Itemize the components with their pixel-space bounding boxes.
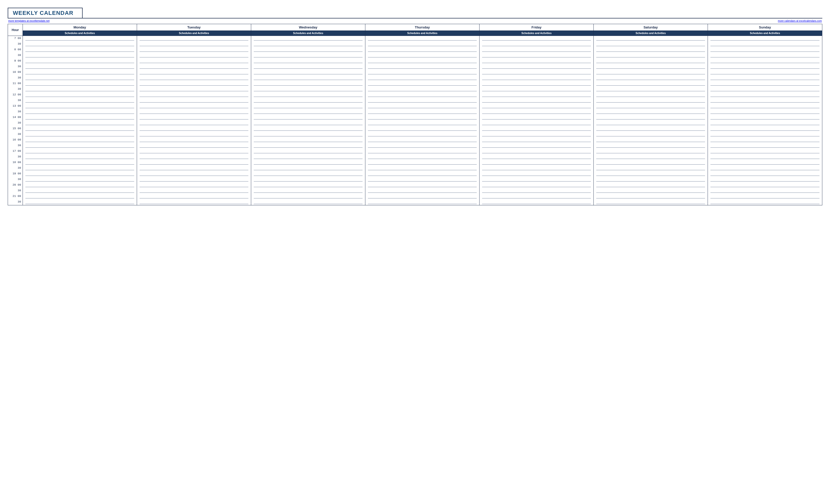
schedule-cell[interactable] — [23, 126, 137, 132]
schedule-cell[interactable] — [251, 126, 365, 132]
schedule-cell[interactable] — [594, 104, 708, 109]
schedule-cell[interactable] — [594, 154, 708, 160]
schedule-cell[interactable] — [480, 154, 594, 160]
schedule-cell[interactable] — [23, 188, 137, 194]
schedule-cell[interactable] — [480, 199, 594, 205]
schedule-cell[interactable] — [23, 92, 137, 98]
schedule-cell[interactable] — [137, 199, 251, 205]
schedule-cell[interactable] — [137, 70, 251, 75]
schedule-cell[interactable] — [594, 188, 708, 194]
schedule-cell[interactable] — [708, 87, 822, 92]
schedule-cell[interactable] — [594, 160, 708, 166]
schedule-cell[interactable] — [23, 143, 137, 149]
schedule-cell[interactable] — [708, 137, 822, 143]
schedule-cell[interactable] — [251, 149, 365, 154]
schedule-cell[interactable] — [594, 87, 708, 92]
schedule-cell[interactable] — [23, 166, 137, 171]
schedule-cell[interactable] — [708, 98, 822, 104]
schedule-cell[interactable] — [365, 199, 480, 205]
schedule-cell[interactable] — [251, 137, 365, 143]
schedule-cell[interactable] — [480, 166, 594, 171]
schedule-cell[interactable] — [137, 92, 251, 98]
schedule-cell[interactable] — [137, 47, 251, 53]
schedule-cell[interactable] — [594, 171, 708, 177]
schedule-cell[interactable] — [137, 188, 251, 194]
schedule-cell[interactable] — [365, 53, 480, 59]
schedule-cell[interactable] — [365, 98, 480, 104]
schedule-cell[interactable] — [594, 199, 708, 205]
schedule-cell[interactable] — [594, 126, 708, 132]
templates-link[interactable]: more templates at exceltemplate.net — [8, 20, 50, 22]
schedule-cell[interactable] — [708, 160, 822, 166]
schedule-cell[interactable] — [251, 121, 365, 126]
schedule-cell[interactable] — [480, 92, 594, 98]
schedule-cell[interactable] — [137, 177, 251, 182]
schedule-cell[interactable] — [365, 194, 480, 199]
schedule-cell[interactable] — [251, 160, 365, 166]
schedule-cell[interactable] — [23, 59, 137, 64]
schedule-cell[interactable] — [365, 59, 480, 64]
schedule-cell[interactable] — [251, 171, 365, 177]
schedule-cell[interactable] — [137, 166, 251, 171]
schedule-cell[interactable] — [594, 166, 708, 171]
schedule-cell[interactable] — [365, 166, 480, 171]
schedule-cell[interactable] — [23, 121, 137, 126]
schedule-cell[interactable] — [365, 104, 480, 109]
schedule-cell[interactable] — [708, 132, 822, 137]
schedule-cell[interactable] — [137, 104, 251, 109]
schedule-cell[interactable] — [708, 92, 822, 98]
schedule-cell[interactable] — [708, 154, 822, 160]
schedule-cell[interactable] — [251, 87, 365, 92]
schedule-cell[interactable] — [137, 132, 251, 137]
schedule-cell[interactable] — [365, 87, 480, 92]
schedule-cell[interactable] — [480, 137, 594, 143]
schedule-cell[interactable] — [251, 154, 365, 160]
schedule-cell[interactable] — [137, 143, 251, 149]
schedule-cell[interactable] — [251, 132, 365, 137]
schedule-cell[interactable] — [251, 177, 365, 182]
schedule-cell[interactable] — [23, 154, 137, 160]
schedule-cell[interactable] — [137, 171, 251, 177]
schedule-cell[interactable] — [23, 81, 137, 87]
schedule-cell[interactable] — [708, 75, 822, 81]
schedule-cell[interactable] — [480, 126, 594, 132]
schedule-cell[interactable] — [137, 160, 251, 166]
schedule-cell[interactable] — [137, 194, 251, 199]
schedule-cell[interactable] — [23, 41, 137, 47]
schedule-cell[interactable] — [594, 53, 708, 59]
schedule-cell[interactable] — [251, 104, 365, 109]
schedule-cell[interactable] — [480, 64, 594, 70]
schedule-cell[interactable] — [23, 149, 137, 154]
schedule-cell[interactable] — [23, 194, 137, 199]
schedule-cell[interactable] — [137, 121, 251, 126]
schedule-cell[interactable] — [480, 59, 594, 64]
schedule-cell[interactable] — [137, 126, 251, 132]
schedule-cell[interactable] — [137, 182, 251, 188]
schedule-cell[interactable] — [594, 194, 708, 199]
schedule-cell[interactable] — [23, 75, 137, 81]
schedule-cell[interactable] — [708, 109, 822, 115]
schedule-cell[interactable] — [365, 81, 480, 87]
schedule-cell[interactable] — [708, 199, 822, 205]
schedule-cell[interactable] — [480, 36, 594, 41]
schedule-cell[interactable] — [708, 126, 822, 132]
schedule-cell[interactable] — [137, 81, 251, 87]
schedule-cell[interactable] — [251, 109, 365, 115]
schedule-cell[interactable] — [137, 98, 251, 104]
schedule-cell[interactable] — [365, 47, 480, 53]
schedule-cell[interactable] — [594, 177, 708, 182]
schedule-cell[interactable] — [480, 171, 594, 177]
schedule-cell[interactable] — [594, 70, 708, 75]
schedule-cell[interactable] — [251, 47, 365, 53]
schedule-cell[interactable] — [480, 132, 594, 137]
schedule-cell[interactable] — [251, 70, 365, 75]
schedule-cell[interactable] — [594, 115, 708, 121]
schedule-cell[interactable] — [137, 109, 251, 115]
schedule-cell[interactable] — [251, 115, 365, 121]
schedule-cell[interactable] — [251, 75, 365, 81]
schedule-cell[interactable] — [365, 70, 480, 75]
schedule-cell[interactable] — [365, 126, 480, 132]
schedule-cell[interactable] — [480, 70, 594, 75]
schedule-cell[interactable] — [708, 188, 822, 194]
schedule-cell[interactable] — [365, 36, 480, 41]
